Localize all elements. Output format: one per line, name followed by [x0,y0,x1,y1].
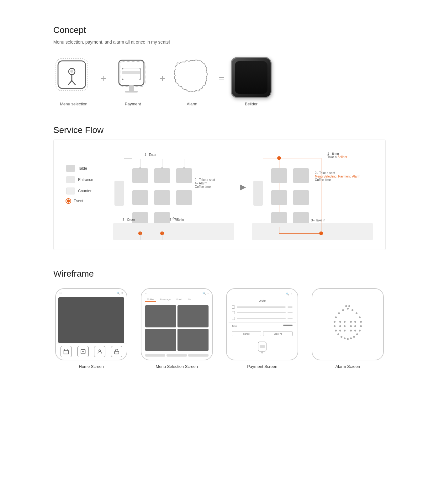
wf-home-main-display [58,297,124,343]
svg-line-3 [68,81,72,85]
after-panel: After Step 3 [252,149,373,240]
concept-subtitle: Menu selection, payment, and alarm all a… [53,40,386,45]
annotation-enter-before: 1– Enter [145,153,156,157]
after-table-sq-4 [293,190,309,205]
flow-arrow: ▶ [234,149,252,240]
svg-point-74 [354,330,356,332]
concept-item-bellder: Bellder [231,57,272,106]
service-flow-title: Service Flow [53,125,386,135]
bellder-label: Bellder [245,102,257,106]
after-annotation-6: 3– Take in [311,219,325,222]
wf-payment-header-dots: ··· [232,293,234,295]
wf-total-amount [283,325,293,326]
wf-order-row-2 [229,310,296,316]
wf-menu-cell-1[interactable] [145,305,176,327]
wf-payment-title: Order [229,297,296,304]
wf-line-1 [237,306,286,308]
svg-point-44 [342,309,344,311]
wf-footer-icon-1[interactable] [61,346,72,357]
after-annotation-1: 1– Enter [327,152,347,155]
wf-home-search: 🔍 [117,292,120,294]
svg-line-4 [72,81,75,85]
after-annotation-3: 2– Take a seat [315,171,360,175]
table-sq-6 [176,190,192,205]
legend-dot-event [66,199,71,203]
wf-tab-beverage[interactable]: Beverage [158,297,172,302]
annotation-enter-after: 1– Enter Take a Bellder [327,152,347,159]
wf-menu-cell-3[interactable] [145,329,176,351]
after-annotation-menu: Menu Selecting, Payment, Alarm [315,175,360,178]
wf-footer-icon-3[interactable] [94,346,105,357]
wf-home-menu: ≡ [122,292,123,294]
wireframe-label-menu: Menu Selection Screen [156,364,198,369]
wf-total-row: Total [229,322,296,329]
wf-menu-header: ··· 🔍 ⌂ [143,291,210,296]
svg-point-73 [350,330,352,332]
wf-payment-icons: 🔍 ⤢ [286,293,293,295]
svg-point-57 [356,333,358,335]
svg-point-50 [334,321,336,323]
page-container: Concept Menu selection, payment, and ala… [0,0,439,394]
annotation-order-before: 3– Order [123,218,135,221]
svg-point-51 [360,321,362,323]
wf-menu-cell-4[interactable] [177,329,209,351]
wf-home-footer [56,343,127,360]
svg-rect-41 [260,345,265,348]
alarm-icon [172,57,212,98]
counter-after [252,223,373,240]
wf-line-3 [237,318,286,319]
wireframe-frame-home: ⓘ 🔍 ≡ [55,288,127,360]
wf-check-3[interactable] [232,317,235,320]
wf-footer-icon-4[interactable] [111,346,122,357]
wf-payment-search: 🔍 [286,293,289,295]
wf-order-row-3 [229,316,296,321]
legend-label-counter: Counter [78,189,92,193]
svg-point-56 [337,333,339,335]
wf-check-2[interactable] [232,311,235,314]
wf-home-header: ⓘ 🔍 ≡ [56,289,127,297]
legend: Table Entrance Counter Event [66,165,93,203]
svg-point-75 [345,305,347,307]
wf-tab-coffee[interactable]: Coffee [145,297,156,302]
legend-box-table [66,165,75,172]
concept-section: Concept Menu selection, payment, and ala… [53,25,386,106]
svg-rect-39 [114,351,119,354]
svg-point-67 [339,325,341,327]
legend-label-table: Table [78,166,87,171]
wf-footer-icon-2[interactable] [77,346,89,357]
annotation-takein-before: 5– Take in [170,218,184,221]
legend-box-counter [66,188,75,194]
wf-total-label: Total [232,325,237,327]
menu-selection-icon [53,57,94,98]
svg-point-52 [334,325,336,327]
svg-point-47 [356,312,357,314]
operator-3: = [219,73,225,91]
wf-cancel-btn[interactable]: Cancel [232,331,261,336]
wireframe-label-payment: Payment Screen [247,364,277,369]
wf-menu-cell-2[interactable] [177,305,209,327]
concept-title: Concept [53,25,386,35]
legend-entrance: Entrance [66,176,93,183]
annotation-takein-after: 3– Take in [311,219,325,222]
svg-point-68 [344,325,346,327]
table-sq-1 [132,168,148,183]
svg-point-54 [335,330,337,332]
svg-rect-11 [129,85,134,92]
wf-tab-food[interactable]: Food [174,297,184,302]
wf-order-all-btn[interactable]: Order All [263,331,293,336]
wf-menu-bottom [143,353,210,358]
after-annotation-coffee: Coffee time [315,178,360,182]
wireframe-item-alarm: Alarm Screen [310,288,386,369]
wf-check-1[interactable] [232,305,235,309]
wireframe-frame-menu: ··· 🔍 ⌂ Coffee Beverage Food Etc. [141,288,213,360]
annotation-seat-after: 2– Take a seat Menu Selecting, Payment, … [315,171,360,182]
payment-icon [113,57,153,98]
after-table-sq-2 [293,168,309,183]
wf-tab-etc[interactable]: Etc. [186,297,194,302]
wf-line-2 [237,312,286,313]
wf-payment-device-icon [256,341,269,354]
svg-point-5 [70,70,73,73]
wf-menu-header-text: ··· [145,292,147,295]
wf-payment: ··· 🔍 ⤢ Order [227,289,298,360]
counter-before [113,223,234,240]
